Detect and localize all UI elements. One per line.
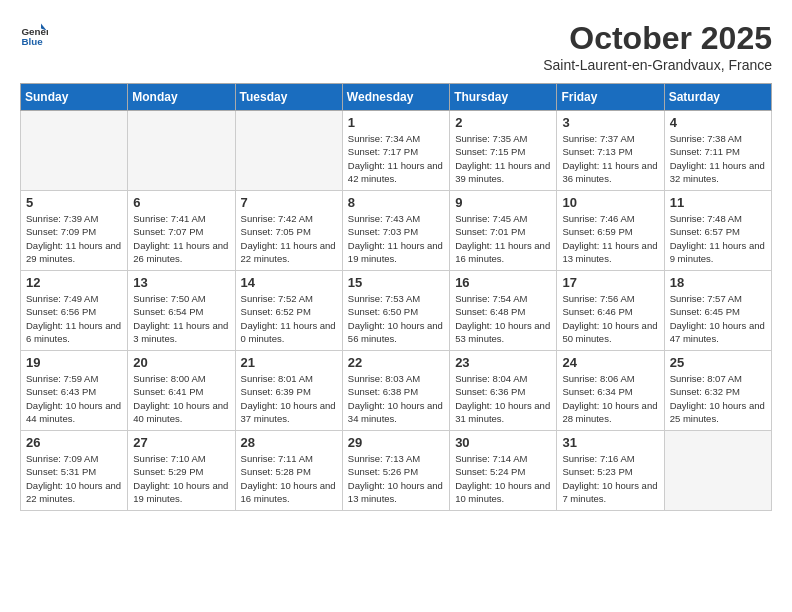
calendar-cell: 30Sunrise: 7:14 AMSunset: 5:24 PMDayligh…: [450, 431, 557, 511]
calendar-cell: 9Sunrise: 7:45 AMSunset: 7:01 PMDaylight…: [450, 191, 557, 271]
calendar-cell: [235, 111, 342, 191]
calendar-cell: 4Sunrise: 7:38 AMSunset: 7:11 PMDaylight…: [664, 111, 771, 191]
day-number: 22: [348, 355, 444, 370]
day-info: Sunrise: 7:48 AMSunset: 6:57 PMDaylight:…: [670, 212, 766, 265]
weekday-header: Sunday: [21, 84, 128, 111]
title-block: October 2025 Saint-Laurent-en-Grandvaux,…: [543, 20, 772, 73]
day-info: Sunrise: 7:49 AMSunset: 6:56 PMDaylight:…: [26, 292, 122, 345]
calendar-week-row: 26Sunrise: 7:09 AMSunset: 5:31 PMDayligh…: [21, 431, 772, 511]
day-info: Sunrise: 7:57 AMSunset: 6:45 PMDaylight:…: [670, 292, 766, 345]
calendar-cell: 22Sunrise: 8:03 AMSunset: 6:38 PMDayligh…: [342, 351, 449, 431]
calendar-cell: 25Sunrise: 8:07 AMSunset: 6:32 PMDayligh…: [664, 351, 771, 431]
day-info: Sunrise: 7:59 AMSunset: 6:43 PMDaylight:…: [26, 372, 122, 425]
calendar-cell: 5Sunrise: 7:39 AMSunset: 7:09 PMDaylight…: [21, 191, 128, 271]
calendar-cell: 8Sunrise: 7:43 AMSunset: 7:03 PMDaylight…: [342, 191, 449, 271]
calendar-cell: 26Sunrise: 7:09 AMSunset: 5:31 PMDayligh…: [21, 431, 128, 511]
calendar-cell: 14Sunrise: 7:52 AMSunset: 6:52 PMDayligh…: [235, 271, 342, 351]
calendar-table: SundayMondayTuesdayWednesdayThursdayFrid…: [20, 83, 772, 511]
calendar-cell: 2Sunrise: 7:35 AMSunset: 7:15 PMDaylight…: [450, 111, 557, 191]
day-info: Sunrise: 7:42 AMSunset: 7:05 PMDaylight:…: [241, 212, 337, 265]
month-title: October 2025: [543, 20, 772, 57]
calendar-cell: 20Sunrise: 8:00 AMSunset: 6:41 PMDayligh…: [128, 351, 235, 431]
day-info: Sunrise: 7:10 AMSunset: 5:29 PMDaylight:…: [133, 452, 229, 505]
day-info: Sunrise: 7:16 AMSunset: 5:23 PMDaylight:…: [562, 452, 658, 505]
day-info: Sunrise: 8:06 AMSunset: 6:34 PMDaylight:…: [562, 372, 658, 425]
day-info: Sunrise: 7:37 AMSunset: 7:13 PMDaylight:…: [562, 132, 658, 185]
day-number: 6: [133, 195, 229, 210]
calendar-cell: 6Sunrise: 7:41 AMSunset: 7:07 PMDaylight…: [128, 191, 235, 271]
day-number: 29: [348, 435, 444, 450]
day-info: Sunrise: 8:03 AMSunset: 6:38 PMDaylight:…: [348, 372, 444, 425]
day-number: 14: [241, 275, 337, 290]
page-header: General Blue October 2025 Saint-Laurent-…: [20, 20, 772, 73]
day-number: 21: [241, 355, 337, 370]
logo-icon: General Blue: [20, 20, 48, 48]
day-number: 19: [26, 355, 122, 370]
calendar-cell: 24Sunrise: 8:06 AMSunset: 6:34 PMDayligh…: [557, 351, 664, 431]
location: Saint-Laurent-en-Grandvaux, France: [543, 57, 772, 73]
logo: General Blue: [20, 20, 48, 48]
svg-text:Blue: Blue: [21, 36, 43, 47]
day-info: Sunrise: 8:01 AMSunset: 6:39 PMDaylight:…: [241, 372, 337, 425]
day-number: 9: [455, 195, 551, 210]
day-info: Sunrise: 7:41 AMSunset: 7:07 PMDaylight:…: [133, 212, 229, 265]
calendar-week-row: 1Sunrise: 7:34 AMSunset: 7:17 PMDaylight…: [21, 111, 772, 191]
day-number: 3: [562, 115, 658, 130]
calendar-cell: 7Sunrise: 7:42 AMSunset: 7:05 PMDaylight…: [235, 191, 342, 271]
day-info: Sunrise: 7:53 AMSunset: 6:50 PMDaylight:…: [348, 292, 444, 345]
day-number: 31: [562, 435, 658, 450]
weekday-header: Friday: [557, 84, 664, 111]
day-info: Sunrise: 7:09 AMSunset: 5:31 PMDaylight:…: [26, 452, 122, 505]
day-info: Sunrise: 7:50 AMSunset: 6:54 PMDaylight:…: [133, 292, 229, 345]
calendar-cell: [21, 111, 128, 191]
calendar-cell: 18Sunrise: 7:57 AMSunset: 6:45 PMDayligh…: [664, 271, 771, 351]
day-info: Sunrise: 7:38 AMSunset: 7:11 PMDaylight:…: [670, 132, 766, 185]
calendar-week-row: 19Sunrise: 7:59 AMSunset: 6:43 PMDayligh…: [21, 351, 772, 431]
calendar-week-row: 12Sunrise: 7:49 AMSunset: 6:56 PMDayligh…: [21, 271, 772, 351]
day-info: Sunrise: 7:46 AMSunset: 6:59 PMDaylight:…: [562, 212, 658, 265]
calendar-cell: 28Sunrise: 7:11 AMSunset: 5:28 PMDayligh…: [235, 431, 342, 511]
day-number: 26: [26, 435, 122, 450]
day-info: Sunrise: 7:54 AMSunset: 6:48 PMDaylight:…: [455, 292, 551, 345]
calendar-cell: 21Sunrise: 8:01 AMSunset: 6:39 PMDayligh…: [235, 351, 342, 431]
day-number: 5: [26, 195, 122, 210]
calendar-cell: 12Sunrise: 7:49 AMSunset: 6:56 PMDayligh…: [21, 271, 128, 351]
calendar-cell: 11Sunrise: 7:48 AMSunset: 6:57 PMDayligh…: [664, 191, 771, 271]
day-info: Sunrise: 8:00 AMSunset: 6:41 PMDaylight:…: [133, 372, 229, 425]
weekday-header: Monday: [128, 84, 235, 111]
day-number: 28: [241, 435, 337, 450]
calendar-cell: 15Sunrise: 7:53 AMSunset: 6:50 PMDayligh…: [342, 271, 449, 351]
calendar-cell: 29Sunrise: 7:13 AMSunset: 5:26 PMDayligh…: [342, 431, 449, 511]
day-number: 27: [133, 435, 229, 450]
day-info: Sunrise: 7:14 AMSunset: 5:24 PMDaylight:…: [455, 452, 551, 505]
calendar-cell: [664, 431, 771, 511]
day-number: 23: [455, 355, 551, 370]
day-number: 4: [670, 115, 766, 130]
weekday-header: Saturday: [664, 84, 771, 111]
calendar-week-row: 5Sunrise: 7:39 AMSunset: 7:09 PMDaylight…: [21, 191, 772, 271]
weekday-header: Wednesday: [342, 84, 449, 111]
day-info: Sunrise: 7:11 AMSunset: 5:28 PMDaylight:…: [241, 452, 337, 505]
day-info: Sunrise: 7:56 AMSunset: 6:46 PMDaylight:…: [562, 292, 658, 345]
weekday-header-row: SundayMondayTuesdayWednesdayThursdayFrid…: [21, 84, 772, 111]
calendar-cell: 10Sunrise: 7:46 AMSunset: 6:59 PMDayligh…: [557, 191, 664, 271]
weekday-header: Tuesday: [235, 84, 342, 111]
day-info: Sunrise: 8:04 AMSunset: 6:36 PMDaylight:…: [455, 372, 551, 425]
day-number: 16: [455, 275, 551, 290]
day-info: Sunrise: 8:07 AMSunset: 6:32 PMDaylight:…: [670, 372, 766, 425]
calendar-cell: 17Sunrise: 7:56 AMSunset: 6:46 PMDayligh…: [557, 271, 664, 351]
day-number: 30: [455, 435, 551, 450]
day-info: Sunrise: 7:45 AMSunset: 7:01 PMDaylight:…: [455, 212, 551, 265]
day-number: 1: [348, 115, 444, 130]
calendar-cell: 1Sunrise: 7:34 AMSunset: 7:17 PMDaylight…: [342, 111, 449, 191]
weekday-header: Thursday: [450, 84, 557, 111]
calendar-cell: 13Sunrise: 7:50 AMSunset: 6:54 PMDayligh…: [128, 271, 235, 351]
day-number: 7: [241, 195, 337, 210]
day-info: Sunrise: 7:13 AMSunset: 5:26 PMDaylight:…: [348, 452, 444, 505]
calendar-cell: 16Sunrise: 7:54 AMSunset: 6:48 PMDayligh…: [450, 271, 557, 351]
day-number: 2: [455, 115, 551, 130]
calendar-cell: 3Sunrise: 7:37 AMSunset: 7:13 PMDaylight…: [557, 111, 664, 191]
day-number: 17: [562, 275, 658, 290]
day-info: Sunrise: 7:35 AMSunset: 7:15 PMDaylight:…: [455, 132, 551, 185]
day-number: 15: [348, 275, 444, 290]
